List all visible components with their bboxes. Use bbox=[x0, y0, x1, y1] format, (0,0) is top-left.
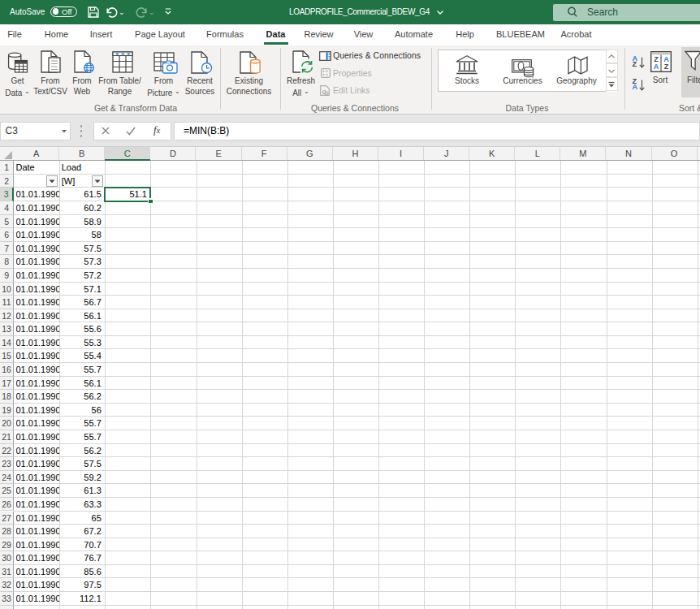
svg-text:Z: Z bbox=[663, 63, 668, 71]
svg-text:A: A bbox=[653, 63, 659, 71]
